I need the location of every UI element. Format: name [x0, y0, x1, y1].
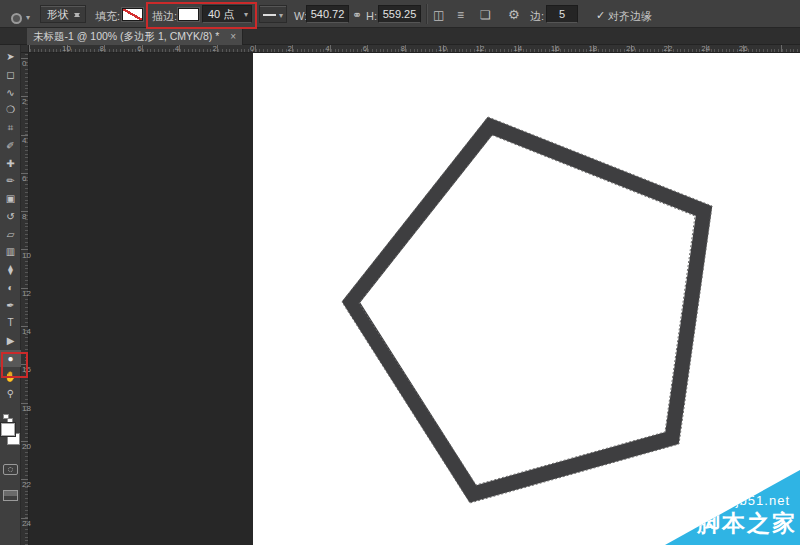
shape-tool[interactable]: ● [0, 350, 21, 367]
height-label: H: [366, 7, 377, 25]
quick-mask-button[interactable] [3, 464, 18, 475]
gradient-tool[interactable]: ▥ [0, 243, 21, 260]
sides-field[interactable]: 5 [546, 5, 578, 23]
path-selection-tool[interactable]: ▶ [0, 332, 21, 349]
h-ruler-label: 4 [175, 44, 179, 53]
pen-tool-icon: ✒ [6, 300, 14, 311]
h-ruler-label: 20 [626, 44, 635, 53]
eraser-tool[interactable]: ▱ [0, 226, 21, 243]
polygon-preset-icon [11, 13, 22, 24]
zoom-tool[interactable]: ⚲ [0, 385, 21, 402]
quick-selection-tool[interactable]: ❍ [0, 101, 21, 118]
gradient-tool-icon: ▥ [6, 246, 15, 257]
screen-mode-button[interactable] [3, 490, 18, 501]
history-brush-tool-icon: ↺ [6, 211, 14, 222]
v-ruler-label: 10 [22, 251, 31, 260]
gear-icon[interactable]: ⚙ [508, 6, 520, 24]
separator [426, 4, 427, 24]
height-value: 559.25 [383, 8, 417, 20]
stroke-color-swatch[interactable] [178, 8, 199, 21]
v-ruler-label: 12 [22, 289, 31, 298]
h-ruler-label: 2 [212, 44, 216, 53]
h-ruler-label: 14 [513, 44, 522, 53]
hand-tool-icon: ✋ [4, 371, 16, 382]
stroke-style-dropdown[interactable]: ▾ [259, 5, 287, 23]
h-ruler-label: 24 [701, 44, 710, 53]
v-ruler-label: 16 [22, 365, 31, 374]
healing-brush-tool[interactable]: ✚ [0, 155, 21, 172]
path-selection-tool-icon: ▶ [7, 335, 15, 346]
lasso-tool[interactable]: ∿ [0, 84, 21, 101]
width-value: 540.72 [311, 8, 345, 20]
vertical-ruler[interactable]: 024681012141618202224 [21, 53, 29, 545]
shape-mode-dropdown[interactable]: 形状 [40, 5, 86, 23]
options-bar: ▾ 形状 填充: 描边: 40 点 ▾ ▾ W: 540.72 ⚭ H: 559… [0, 0, 800, 28]
sides-label: 边: [530, 7, 544, 25]
shape-mode-label: 形状 [47, 8, 69, 20]
h-ruler-label: 18 [588, 44, 597, 53]
fill-color-swatch[interactable] [122, 8, 143, 21]
v-ruler-label: 18 [22, 404, 31, 413]
stroke-style-line-icon [263, 14, 276, 16]
default-colors-icon[interactable] [3, 414, 13, 423]
tool-preset-button[interactable]: ▾ [4, 5, 32, 23]
h-ruler-label: 10 [62, 44, 71, 53]
document-area: jb51.net 脚本之家 [29, 53, 800, 545]
link-dimensions-icon[interactable]: ⚭ [352, 6, 362, 24]
v-ruler-label: 6 [22, 174, 26, 183]
width-field[interactable]: 540.72 [306, 5, 349, 23]
healing-brush-tool-icon: ✚ [6, 158, 14, 169]
clone-stamp-tool[interactable]: ▣ [0, 190, 21, 207]
photoshop-window: ▾ 形状 填充: 描边: 40 点 ▾ ▾ W: 540.72 ⚭ H: 559… [0, 0, 800, 545]
path-alignment-button[interactable]: ≡ [457, 6, 464, 24]
stroke-label: 描边: [152, 7, 177, 25]
v-ruler-label: 24 [22, 519, 31, 528]
chevron-down-icon[interactable]: ▾ [244, 7, 248, 23]
stroke-width-field[interactable]: 40 点 ▾ [202, 5, 252, 23]
chevron-down-icon: ▾ [26, 9, 30, 27]
pen-tool[interactable]: ✒ [0, 297, 21, 314]
h-ruler-label: 4 [325, 44, 329, 53]
h-ruler-label: 22 [664, 44, 673, 53]
h-ruler-label: 26 [739, 44, 748, 53]
eraser-tool-icon: ▱ [7, 229, 15, 240]
history-brush-tool[interactable]: ↺ [0, 208, 21, 225]
stroke-width-value: 40 点 [208, 8, 234, 20]
quick-selection-tool-icon: ❍ [6, 104, 15, 115]
sides-value: 5 [559, 8, 565, 20]
v-ruler-label: 2 [22, 97, 26, 106]
h-ruler-label: 2 [288, 44, 292, 53]
foreground-color-swatch[interactable] [1, 423, 15, 436]
v-ruler-label: 22 [22, 480, 31, 489]
h-ruler-label: 6 [363, 44, 367, 53]
path-operations-button[interactable]: ◫ [433, 6, 444, 24]
align-edges-checkbox[interactable]: ✓ [596, 6, 605, 24]
document-tab[interactable]: 未标题-1 @ 100% (多边形 1, CMYK/8) * × [27, 28, 243, 45]
align-edges-label: 对齐边缘 [608, 7, 652, 25]
h-ruler-label: 8 [400, 44, 404, 53]
marquee-tool-icon: ◻ [6, 69, 14, 80]
h-ruler-label: 12 [476, 44, 485, 53]
crop-tool[interactable]: ⌗ [0, 119, 21, 136]
horizontal-ruler[interactable]: 10864202468101214161820222426 [29, 45, 800, 53]
h-ruler-label: 0 [250, 44, 254, 53]
close-icon[interactable]: × [230, 31, 236, 42]
dodge-tool[interactable]: ◐ [0, 279, 21, 296]
hand-tool[interactable]: ✋ [0, 368, 21, 385]
marquee-tool[interactable]: ◻ [0, 66, 21, 83]
blur-tool[interactable]: ⧫ [0, 261, 21, 278]
zoom-tool-icon: ⚲ [7, 388, 14, 399]
h-ruler-label: 16 [551, 44, 560, 53]
type-tool[interactable]: T [0, 314, 21, 331]
brush-tool[interactable]: ✏ [0, 172, 21, 189]
v-ruler-label: 8 [22, 212, 26, 221]
h-ruler-label: 10 [438, 44, 447, 53]
type-tool-icon: T [7, 317, 13, 328]
v-ruler-label: 0 [22, 59, 26, 68]
move-tool[interactable]: ➤ [0, 48, 21, 65]
eyedropper-tool[interactable]: ✐ [0, 137, 21, 154]
height-field[interactable]: 559.25 [378, 5, 421, 23]
document-tab-bar: 未标题-1 @ 100% (多边形 1, CMYK/8) * × [0, 28, 800, 45]
path-arrangement-button[interactable]: ❏ [480, 6, 491, 24]
eyedropper-tool-icon: ✐ [6, 140, 14, 151]
